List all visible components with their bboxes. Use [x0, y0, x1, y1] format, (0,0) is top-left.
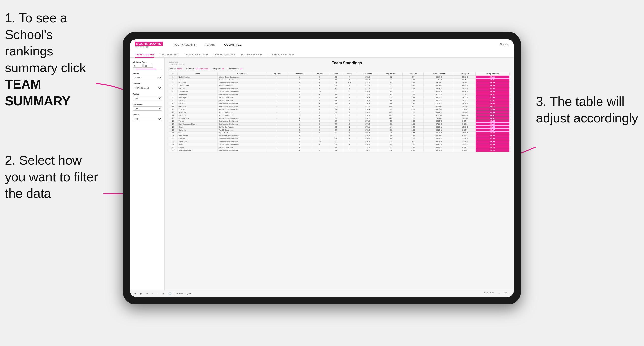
cell-rg: - [266, 75, 288, 78]
cell-wins: 4 [343, 84, 356, 87]
table-row: 10 Alabama Southeastern Conference - 5 6… [169, 102, 510, 105]
filter-gender-select[interactable]: Men's Women's [133, 76, 162, 80]
toolbar-refresh[interactable]: ↻ [145, 292, 149, 296]
cell-school: Virginia [178, 108, 218, 111]
cell-conf: Southeastern Conference [218, 123, 266, 125]
tab-player-summary[interactable]: PLAYER SUMMARY [214, 53, 235, 58]
cell-wins: 1 [343, 125, 356, 128]
nav-tournaments[interactable]: TOURNAMENTS [172, 43, 196, 46]
cell-school: Tennessee [178, 93, 218, 96]
cell-score: 80.95 [476, 131, 510, 134]
cell-wins: 2 [343, 114, 356, 117]
cell-conf: Southeastern Conference [218, 93, 266, 96]
cell-rank: 11 [169, 105, 178, 108]
cell-conf: Pac-12 Conference [218, 146, 266, 149]
cell-score: 80.47 [476, 117, 510, 120]
tab-player-h2h-grid[interactable]: PLAYER H2H GRID [241, 53, 262, 58]
toolbar-back[interactable]: ◀ [133, 292, 137, 296]
toolbar-forward[interactable]: ▶ [139, 292, 143, 296]
view-original-btn[interactable]: 👁 View: Original [176, 293, 191, 295]
cell-rank: 21 [169, 134, 178, 137]
watch-btn[interactable]: 👁 Watch ▼ [484, 292, 494, 296]
cell-vt25: 23-13-0 [454, 105, 476, 108]
table-row: 13 Texas Tech Big 12 Conference - 1 9 27… [169, 111, 510, 114]
cell-wins: 4 [343, 120, 356, 123]
cell-sc: -6.2 [379, 75, 403, 78]
filter-slider[interactable] [133, 69, 162, 69]
cell-school: Georgia [178, 137, 218, 140]
filter-min-rank-row [133, 64, 162, 68]
col-vs-top50: Vs Top 50 Points [476, 72, 510, 75]
tab-team-h2h-heatmap[interactable]: TEAM H2H HEATMAP [184, 53, 208, 58]
nav-teams[interactable]: TEAMS [204, 43, 216, 46]
cell-rnds: 21 [329, 146, 343, 149]
sign-out-link[interactable]: Sign out [500, 43, 508, 46]
toolbar-bookmark[interactable]: □ [156, 292, 160, 296]
table-row: 20 Texas Big 12 Conference - 3 7 7 0 278… [169, 131, 510, 134]
cell-rnds: 18 [329, 87, 343, 90]
cell-adj: 278.7 [356, 134, 379, 137]
toolbar-resize[interactable]: ⤢ [497, 292, 501, 296]
cell-adj: 279.3 [356, 140, 379, 143]
cell-cr: 1 [288, 84, 310, 87]
cell-rank: 6 [169, 90, 178, 93]
cell-rnds: 29 [329, 117, 343, 120]
cell-rg: - [266, 143, 288, 146]
cell-adj: 273.6 [356, 78, 379, 81]
table-row: 8 Washington Pac-12 Conference - 2 8 23 … [169, 96, 510, 99]
cell-nt: 8 [310, 117, 329, 120]
cell-school: New Mexico [178, 134, 218, 137]
cell-rg: - [266, 140, 288, 143]
cell-rank: 8 [169, 96, 178, 99]
cell-avg: 1.28 [403, 137, 423, 140]
filter-school-select[interactable]: (All) [133, 117, 162, 121]
cell-vt25: 18-12-1 [454, 96, 476, 99]
cell-sc: -1.8 [379, 149, 403, 152]
cell-conf: Southeastern Conference [218, 105, 266, 108]
cell-rnds: 1 [329, 134, 343, 137]
tab-team-summary[interactable]: TEAM SUMMARY [135, 53, 154, 58]
cell-rnds: 2 [329, 114, 343, 117]
cell-avg: 1.53 [403, 128, 423, 131]
cell-rank: 19 [169, 128, 178, 131]
filter-division-select[interactable]: NCAA Division I NCAA Division II NCAA Di… [133, 86, 162, 90]
cell-nt: 6 [310, 102, 329, 105]
cell-rg: - [266, 105, 288, 108]
standings-table: # School Conference Reg Rank Conf Rank N… [168, 72, 510, 152]
tab-team-h2h-grid[interactable]: TEAM H2H GRID [160, 53, 178, 58]
cell-vt25: 43-23-1 [454, 84, 476, 87]
filter-min-input[interactable] [133, 64, 142, 68]
sub-nav: TEAM SUMMARY TEAM H2H GRID TEAM H2H HEAT… [130, 50, 514, 58]
tab-player-h2h-heatmap[interactable]: PLAYER H2H HEATMAP [268, 53, 294, 58]
toolbar-grid[interactable]: ⊞ [162, 292, 165, 296]
cell-overall: 82-28-1 [423, 105, 454, 108]
cell-sc: -2 [379, 140, 403, 143]
cell-conf: Southeastern Conference [218, 137, 266, 140]
toolbar-clock[interactable]: 🕐 [167, 292, 172, 296]
cell-nt: 7 [310, 146, 329, 149]
cell-sc: -4 [379, 84, 403, 87]
cell-sc: -4.2 [379, 117, 403, 120]
toolbar-share-small[interactable]: ⤴ [151, 292, 154, 296]
main-content: Minimum Ro... Gender Men's Women's [130, 58, 514, 290]
cell-rg: - [266, 93, 288, 96]
filter-division: Division NCAA Division I NCAA Division I… [133, 83, 162, 90]
cell-rnds: 7 [329, 90, 343, 93]
table-row: 18 Illinois Big Ten Conference - 1 8 23 … [169, 125, 510, 128]
filter-max-input[interactable] [144, 64, 153, 68]
cell-rank: 22 [169, 137, 178, 140]
filter-division-label: Division [133, 83, 162, 85]
cell-avg: 2.37 [403, 87, 423, 90]
cell-sc: 0.7 [379, 131, 403, 134]
filter-region: Region N/A All [133, 93, 162, 100]
cell-rg: - [266, 146, 288, 149]
cell-school: Arkansas [178, 105, 218, 108]
update-time: Update time: 27/03/2024 16:56:26 [168, 61, 184, 66]
filter-conference-select[interactable]: (All) [133, 107, 162, 111]
nav-committee[interactable]: COMMITTEE [223, 43, 243, 46]
filter-region-select[interactable]: N/A All [133, 96, 162, 100]
table-row: 9 Arizona Pac-12 Conference - 2 8 23 2 2… [169, 99, 510, 102]
share-btn[interactable]: ⤴ Share [504, 292, 510, 296]
region-filter-display: Region: All [213, 68, 224, 70]
cell-wins: 2 [343, 128, 356, 131]
